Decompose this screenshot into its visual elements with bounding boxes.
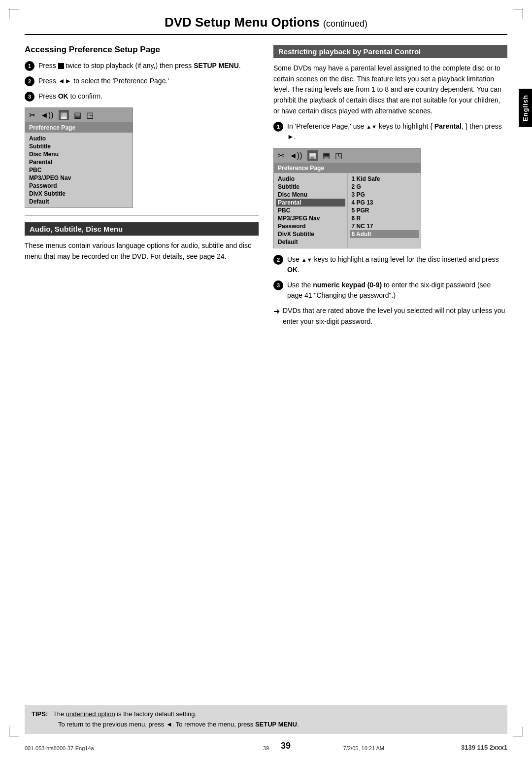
arrow-note: ➜ DVDs that are rated above the level yo… bbox=[273, 306, 507, 327]
menu-icon-tools: ✂ bbox=[29, 110, 35, 120]
menu-item-parental: Parental bbox=[29, 158, 129, 166]
stop-icon bbox=[58, 63, 64, 69]
menu-icon-pref: ◳ bbox=[86, 110, 94, 120]
right-step-3-num: 3 bbox=[273, 280, 283, 290]
menu-items-list: Audio Subtitle Disc Menu Parental PBC MP… bbox=[25, 133, 133, 208]
parental-menu-right: 1 Kid Safe 2 G 3 PG 4 PG 13 5 PGR 6 R 7 … bbox=[347, 173, 421, 248]
menu-icon-video: ▦ bbox=[59, 110, 69, 120]
arrow-note-icon: ➜ bbox=[273, 306, 280, 318]
step-3: 3 Press OK to confirm. bbox=[25, 91, 259, 102]
footer-left: 001-053-hts8000-37-Eng14a bbox=[25, 745, 94, 751]
rating-pgr: 5 PGR bbox=[352, 207, 417, 214]
left-column: Accessing Preference Setup Page 1 Press … bbox=[25, 35, 259, 327]
right-column: Restricting playback by Parental Control… bbox=[273, 35, 507, 327]
menu-item-audio: Audio bbox=[29, 135, 129, 142]
audio-subtitle-body: These menus contain various language opt… bbox=[25, 241, 259, 262]
parental-menu-box: ✂ ◄)) ▦ ▤ ◳ Preference Page Audio Subtit… bbox=[273, 148, 421, 248]
parental-intro: Some DVDs may have a parental level assi… bbox=[273, 63, 507, 116]
corner-mark-bl bbox=[9, 726, 19, 736]
pm-password: Password bbox=[278, 222, 343, 230]
parental-menu-icons: ✂ ◄)) ▦ ▤ ◳ bbox=[274, 148, 421, 163]
rating-r: 6 R bbox=[352, 214, 417, 222]
corner-mark-tl bbox=[9, 9, 19, 19]
english-tab: English bbox=[519, 89, 532, 127]
menu-item-subtitle: Subtitle bbox=[29, 142, 129, 150]
rating-kidsafe: 1 Kid Safe bbox=[352, 175, 417, 183]
rating-nc17: 7 NC 17 bbox=[352, 222, 417, 230]
parental-icon-menu: ▤ bbox=[323, 151, 330, 160]
footer-product: 3139 115 2xxx1 bbox=[461, 744, 507, 751]
page-title: DVD Setup Menu Options (continued) bbox=[25, 15, 507, 30]
audio-subtitle-heading: Audio, Subtitle, Disc Menu bbox=[25, 222, 259, 236]
arrow-note-text: DVDs that are rated above the level you … bbox=[283, 306, 507, 327]
rating-pg: 3 PG bbox=[352, 191, 417, 199]
pm-audio: Audio bbox=[278, 175, 343, 183]
preference-menu-box: ✂ ◄)) ▦ ▤ ◳ Preference Page Audio Subtit… bbox=[25, 107, 133, 208]
pm-discmenu: Disc Menu bbox=[278, 191, 343, 199]
step-1: 1 Press twice to stop playback (if any,)… bbox=[25, 61, 259, 71]
menu-icons-bar: ✂ ◄)) ▦ ▤ ◳ bbox=[25, 108, 133, 123]
menu-icon-menu: ▤ bbox=[74, 110, 81, 120]
menu-item-password: Password bbox=[29, 182, 129, 190]
pm-default: Default bbox=[278, 238, 343, 246]
right-step-1-text: In 'Preference Page,' use keys to highli… bbox=[287, 121, 507, 142]
right-step-3-text: Use the numeric keypad (0-9) to enter th… bbox=[287, 280, 507, 301]
menu-item-default: Default bbox=[29, 198, 129, 206]
pm-divx: DivX Subtitle bbox=[278, 230, 343, 238]
divider bbox=[25, 215, 259, 215]
right-step-2-num: 2 bbox=[273, 255, 283, 265]
right-step-1-num: 1 bbox=[273, 122, 283, 132]
step-1-text: Press twice to stop playback (if any,) t… bbox=[38, 61, 259, 71]
menu-item-divx: DivX Subtitle bbox=[29, 190, 129, 198]
page-title-bar: DVD Setup Menu Options (continued) bbox=[25, 15, 507, 35]
parental-icon-video: ▦ bbox=[307, 150, 318, 161]
menu-item-mp3nav: MP3/JPEG Nav bbox=[29, 174, 129, 182]
tips-label: TIPS: bbox=[32, 710, 48, 718]
tips-bar: TIPS: The underlined option is the facto… bbox=[25, 705, 507, 734]
step-2: 2 Press to select the 'Preference Page.' bbox=[25, 76, 259, 86]
pm-subtitle: Subtitle bbox=[278, 183, 343, 191]
left-section-heading: Accessing Preference Setup Page bbox=[25, 45, 259, 55]
footer-date: 7/2/05, 10:21 AM bbox=[343, 745, 384, 751]
menu-icon-audio: ◄)) bbox=[40, 111, 54, 120]
step-2-num: 2 bbox=[25, 76, 34, 86]
parental-icon-audio: ◄)) bbox=[289, 151, 302, 160]
pm-pbc: PBC bbox=[278, 207, 343, 214]
tips-line2: To return to the previous menu, press . … bbox=[58, 721, 299, 728]
rating-pg13: 4 PG 13 bbox=[352, 199, 417, 207]
corner-mark-tr bbox=[513, 9, 523, 19]
rating-adult: 8 Adult bbox=[350, 230, 419, 238]
content-area: Accessing Preference Setup Page 1 Press … bbox=[25, 35, 507, 327]
parental-icon-tools: ✂ bbox=[278, 151, 284, 160]
tips-line1: The underlined option is the factory def… bbox=[53, 710, 197, 718]
rating-g: 2 G bbox=[352, 183, 417, 191]
step-3-num: 3 bbox=[25, 92, 34, 102]
right-step-2-text: Use keys to highlight a rating level for… bbox=[287, 254, 507, 275]
menu-header: Preference Page bbox=[25, 123, 133, 133]
menu-item-discmenu: Disc Menu bbox=[29, 150, 129, 158]
parental-menu-header: Preference Page bbox=[274, 163, 421, 173]
right-step-3: 3 Use the numeric keypad (0-9) to enter … bbox=[273, 280, 507, 301]
right-step-1: 1 In 'Preference Page,' use keys to high… bbox=[273, 121, 507, 142]
step-3-text: Press OK to confirm. bbox=[38, 91, 259, 102]
step-2-text: Press to select the 'Preference Page.' bbox=[38, 76, 259, 86]
pm-mp3nav: MP3/JPEG Nav bbox=[278, 214, 343, 222]
pm-parental: Parental bbox=[276, 199, 345, 207]
right-section-heading: Restricting playback by Parental Control bbox=[273, 45, 507, 58]
corner-mark-br bbox=[513, 726, 523, 736]
right-step-2: 2 Use keys to highlight a rating level f… bbox=[273, 254, 507, 275]
page-number: 39 bbox=[281, 741, 291, 751]
parental-menu-left: Audio Subtitle Disc Menu Parental PBC MP… bbox=[274, 173, 347, 248]
parental-menu-body: Audio Subtitle Disc Menu Parental PBC MP… bbox=[274, 173, 421, 248]
menu-item-pbc: PBC bbox=[29, 166, 129, 174]
parental-icon-pref: ◳ bbox=[335, 151, 342, 160]
footer-center: 39 bbox=[263, 745, 269, 751]
step-1-num: 1 bbox=[25, 61, 34, 71]
